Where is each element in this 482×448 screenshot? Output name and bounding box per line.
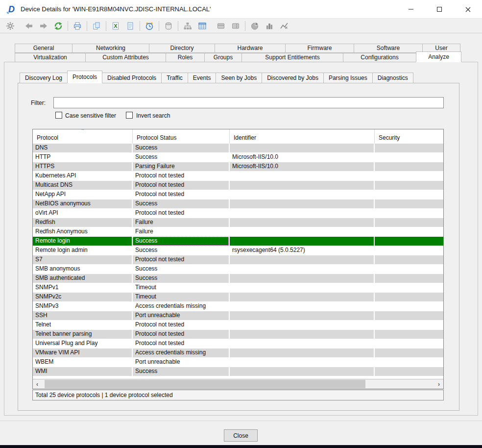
scroll-right-icon[interactable]: › xyxy=(434,379,443,389)
cell-protocol[interactable]: SNMPv2c xyxy=(33,293,132,301)
column-header-protocol-status[interactable]: Protocol Status xyxy=(133,129,230,144)
cell-status[interactable]: Protocol not tested xyxy=(133,339,229,348)
cell-status[interactable]: Timeout xyxy=(133,283,229,292)
tab-groups[interactable]: Groups xyxy=(204,53,242,62)
cell-protocol[interactable]: SSH xyxy=(33,311,132,320)
cell-status[interactable]: Success xyxy=(133,246,229,255)
horizontal-scrollbar[interactable]: ‹ › xyxy=(33,379,443,389)
cell-status[interactable]: Success xyxy=(133,153,229,162)
refresh-icon[interactable] xyxy=(52,20,65,32)
cell-status[interactable]: Success xyxy=(133,265,229,274)
cell-identifier[interactable] xyxy=(230,358,374,367)
tab-virtualization[interactable]: Virtualization xyxy=(15,53,86,62)
table-view-icon[interactable] xyxy=(196,20,209,32)
cell-status[interactable]: Protocol not tested xyxy=(133,181,229,190)
tab-firmware[interactable]: Firmware xyxy=(285,44,354,53)
cell-status[interactable]: Timeout xyxy=(133,293,229,301)
cell-protocol[interactable]: Kubernetes API xyxy=(33,172,132,180)
tab-custom-attributes[interactable]: Custom Attributes xyxy=(85,53,166,62)
cell-identifier[interactable] xyxy=(230,144,374,152)
cell-identifier[interactable] xyxy=(230,367,374,376)
cell-security[interactable] xyxy=(375,348,443,357)
cell-identifier[interactable] xyxy=(230,339,374,348)
topology-icon[interactable] xyxy=(181,20,194,32)
cell-protocol[interactable]: Redfish xyxy=(33,218,132,227)
tab-roles[interactable]: Roles xyxy=(166,53,205,62)
cell-security[interactable] xyxy=(375,330,443,339)
cell-status[interactable]: Protocol not tested xyxy=(133,190,229,199)
cell-protocol[interactable]: Remote login admin xyxy=(33,246,132,255)
cell-status[interactable]: Parsing Failure xyxy=(133,162,229,171)
cell-protocol[interactable]: VMware VIM API xyxy=(33,348,132,357)
cell-status[interactable]: Success xyxy=(133,199,229,208)
cell-status[interactable]: Failure xyxy=(133,227,229,236)
cell-security[interactable] xyxy=(375,190,443,199)
cell-identifier[interactable] xyxy=(230,311,374,320)
database-icon[interactable] xyxy=(162,20,175,32)
table-row[interactable]: Remote loginSuccess xyxy=(33,237,443,246)
back-icon[interactable] xyxy=(23,20,35,32)
cell-identifier[interactable] xyxy=(230,209,374,218)
cell-protocol[interactable]: NetApp API xyxy=(33,190,132,199)
tab-analyze[interactable]: Analyze xyxy=(416,51,461,62)
cell-protocol[interactable]: SNMPv3 xyxy=(33,302,132,311)
cell-status[interactable]: Access credentials missing xyxy=(133,302,229,311)
cell-identifier[interactable] xyxy=(230,172,374,180)
bar-chart-icon[interactable] xyxy=(263,20,276,32)
tab-configurations[interactable]: Configurations xyxy=(343,53,416,62)
table-row[interactable]: S7Protocol not tested xyxy=(33,255,443,265)
cell-security[interactable] xyxy=(375,358,443,367)
cell-security[interactable] xyxy=(375,181,443,190)
table-row[interactable]: Universal Plug and PlayProtocol not test… xyxy=(33,339,443,348)
subtab-seen-by-jobs[interactable]: Seen by Jobs xyxy=(216,73,262,83)
cell-security[interactable] xyxy=(375,339,443,348)
cell-status[interactable]: Success xyxy=(133,274,229,283)
cell-status[interactable]: Protocol not tested xyxy=(133,321,229,329)
cell-identifier[interactable] xyxy=(230,274,374,283)
cell-protocol[interactable]: Telnet banner parsing xyxy=(33,330,132,339)
split-horizontal-icon[interactable] xyxy=(215,20,227,32)
subtab-protocols[interactable]: Protocols xyxy=(67,71,102,83)
cell-status[interactable]: Protocol not tested xyxy=(133,330,229,339)
cell-identifier[interactable] xyxy=(230,190,374,199)
cell-security[interactable] xyxy=(375,237,443,246)
table-row[interactable]: Telnet banner parsingProtocol not tested xyxy=(33,330,443,339)
line-chart-icon[interactable] xyxy=(278,20,290,32)
split-vertical-icon[interactable] xyxy=(229,20,242,32)
cell-status[interactable]: Success xyxy=(133,144,229,152)
cell-protocol[interactable]: Remote login xyxy=(33,237,132,246)
cell-security[interactable] xyxy=(375,274,443,283)
settings-icon[interactable] xyxy=(4,20,17,32)
cell-protocol[interactable]: SMB authenticated xyxy=(33,274,132,283)
invert-search-checkbox[interactable] xyxy=(126,112,133,119)
cell-status[interactable]: Success xyxy=(133,367,229,376)
subtab-events[interactable]: Events xyxy=(188,73,217,83)
cell-security[interactable] xyxy=(375,162,443,171)
cell-status[interactable]: Protocol not tested xyxy=(133,255,229,264)
cell-security[interactable] xyxy=(375,199,443,208)
table-row[interactable]: HTTPSParsing FailureMicrosoft-IIS/10.0 xyxy=(33,162,443,172)
cell-security[interactable] xyxy=(375,218,443,227)
cell-status[interactable]: Failure xyxy=(133,218,229,227)
cell-security[interactable] xyxy=(375,246,443,255)
table-row[interactable]: WBEMPort unreachable xyxy=(33,358,443,367)
tab-general[interactable]: General xyxy=(15,44,72,53)
filter-input[interactable] xyxy=(53,97,444,108)
forward-icon[interactable] xyxy=(37,20,50,32)
cell-security[interactable] xyxy=(375,153,443,162)
scroll-left-icon[interactable]: ‹ xyxy=(33,379,42,389)
cell-status[interactable]: Access credentials missing xyxy=(133,348,229,357)
case-sensitive-checkbox[interactable] xyxy=(55,112,62,119)
column-header-protocol[interactable]: Protocolˆ xyxy=(33,129,133,144)
cell-identifier[interactable] xyxy=(230,283,374,292)
cell-security[interactable] xyxy=(375,144,443,152)
cell-identifier[interactable] xyxy=(230,265,374,274)
tab-software[interactable]: Software xyxy=(354,44,423,53)
scroll-track[interactable] xyxy=(42,379,434,389)
cell-protocol[interactable]: HTTP xyxy=(33,153,132,162)
cell-security[interactable] xyxy=(375,265,443,274)
cell-security[interactable] xyxy=(375,172,443,180)
cell-security[interactable] xyxy=(375,283,443,292)
cell-protocol[interactable]: DNS xyxy=(33,144,132,152)
table-row[interactable]: SMB authenticatedSuccess xyxy=(33,274,443,283)
